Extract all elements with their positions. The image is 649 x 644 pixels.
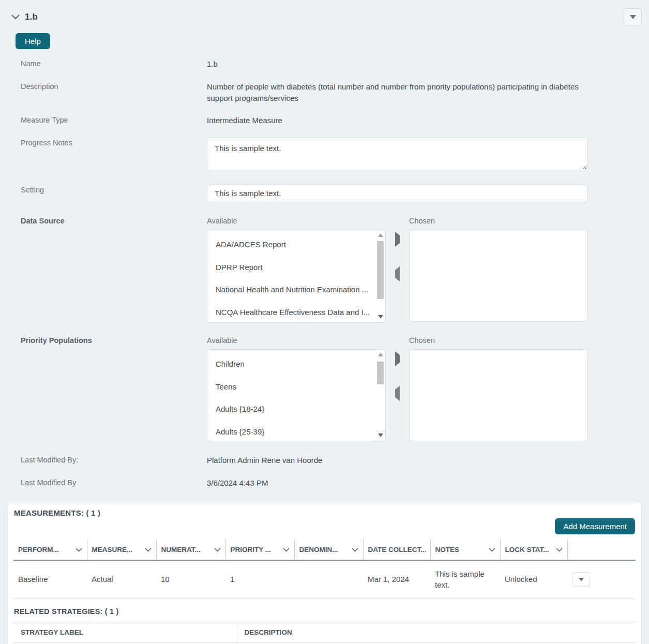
data-source-chosen-listbox[interactable] — [409, 230, 587, 322]
sort-chevron-icon — [145, 548, 152, 552]
page-title: 1.b — [25, 12, 38, 22]
priority-populations-label: Priority Populations — [7, 335, 207, 345]
last-modified-by-value: Platform Admin Rene van Hoorde — [207, 455, 587, 466]
progress-notes-label: Progress Notes — [7, 138, 207, 147]
add-measurement-button[interactable]: Add Measurement — [555, 518, 635, 534]
name-label: Name — [7, 58, 207, 68]
name-value: 1.b — [207, 58, 587, 70]
column-header-denominator[interactable]: DENOMIN... — [294, 540, 363, 560]
related-strategies-section-title: RELATED STRATEGIES: ( 1 ) — [8, 599, 641, 622]
list-item[interactable]: NCQA Healthcare Effectiveness Data and I… — [207, 301, 376, 323]
scroll-up-icon[interactable] — [376, 350, 385, 360]
cell-notes: This is sample text. — [430, 560, 500, 598]
data-source-available-listbox[interactable]: ADA/ADCES Report DPRP Report National He… — [207, 230, 386, 323]
sort-chevron-icon — [283, 548, 290, 552]
measure-type-label: Measure Type — [7, 115, 207, 124]
measurements-section-title: MEASUREMENTS: ( 1 ) — [8, 502, 641, 517]
column-header-strategy-label: STRATEGY LABEL — [13, 622, 237, 642]
column-header-lock-status[interactable]: LOCK STAT... — [500, 540, 567, 560]
collapse-chevron-icon[interactable] — [10, 12, 21, 22]
data-source-chosen-label: Chosen — [409, 216, 587, 227]
list-item[interactable]: Teens — [207, 376, 376, 398]
column-header-priority[interactable]: PRIORITY ... — [225, 540, 294, 560]
cell-priority: 1 — [225, 560, 294, 598]
scroll-up-icon[interactable] — [376, 231, 385, 240]
setting-label: Setting — [7, 185, 207, 194]
column-header-measure[interactable]: MEASURE... — [87, 540, 156, 560]
list-item[interactable]: Adults {18-24} — [207, 398, 376, 421]
help-button[interactable]: Help — [16, 33, 50, 49]
list-item[interactable]: Children — [207, 353, 376, 376]
sort-chevron-icon — [76, 548, 82, 552]
progress-notes-textarea[interactable]: This is sample text. — [207, 138, 587, 170]
form-row-measure-type: Measure Type Intermediate Measure — [7, 115, 642, 126]
description-value: Number of people with diabetes (total nu… — [207, 81, 587, 104]
sort-chevron-icon — [489, 548, 495, 552]
list-item[interactable]: DPRP Report — [207, 256, 376, 279]
last-modified-date-label: Last Modified By — [7, 477, 207, 487]
scroll-down-icon[interactable] — [376, 312, 385, 322]
priority-populations-available-label: Available — [207, 335, 386, 346]
sort-chevron-icon — [352, 548, 358, 552]
form-row-name: Name 1.b — [7, 58, 642, 70]
form-row-setting: Setting — [7, 185, 642, 202]
column-header-date-collected[interactable]: DATE COLLECT... — [363, 540, 430, 560]
sort-chevron-icon — [556, 548, 563, 552]
section-menu-button[interactable] — [624, 8, 642, 26]
move-left-button[interactable] — [392, 386, 403, 400]
list-item[interactable]: Adults {25-39} — [207, 421, 376, 441]
move-left-button[interactable] — [392, 267, 403, 281]
form-row-description: Description Number of people with diabet… — [7, 81, 642, 104]
data-source-label: Data Source — [7, 216, 207, 225]
list-item[interactable]: National Health and Nutrition Examinatio… — [207, 278, 376, 301]
last-modified-date-value: 3/6/2024 4:43 PM — [207, 477, 587, 489]
scrollbar-thumb[interactable] — [377, 362, 384, 384]
priority-populations-chosen-listbox[interactable] — [409, 349, 587, 441]
cell-date-collected: Mar 1, 2024 — [363, 560, 430, 598]
arrow-right-icon — [395, 351, 400, 366]
measure-type-value: Intermediate Measure — [207, 115, 587, 126]
form-row-last-modified-date: Last Modified By 3/6/2024 4:43 PM — [7, 477, 642, 489]
arrow-left-icon — [395, 386, 400, 401]
measurements-table: PERFORM... MEASURE... NUMERAT... PRIORIT… — [13, 540, 636, 599]
form-row-progress-notes: Progress Notes This is sample text. — [7, 138, 642, 173]
related-strategies-table: STRATEGY LABEL DESCRIPTION Evidence-base… — [13, 622, 636, 644]
form-row-last-modified-by: Last Modified By: Platform Admin Rene va… — [7, 455, 642, 466]
caret-down-icon — [579, 578, 584, 581]
column-header-notes[interactable]: NOTES — [430, 540, 500, 560]
cell-numerator: 10 — [156, 560, 225, 598]
move-right-button[interactable] — [392, 352, 403, 366]
cell-measure: Actual — [87, 560, 156, 598]
measurement-row: Baseline Actual 10 1 Mar 1, 2024 This is… — [13, 560, 636, 598]
cell-denominator — [294, 560, 363, 598]
arrow-left-icon — [395, 266, 400, 281]
arrow-right-icon — [395, 232, 400, 247]
priority-populations-chosen-label: Chosen — [409, 335, 587, 346]
setting-input[interactable] — [207, 185, 587, 202]
cell-lock-status: Unlocked — [500, 560, 567, 598]
measurements-panel: MEASUREMENTS: ( 1 ) Add Measurement PERF… — [7, 502, 642, 644]
column-header-performance[interactable]: PERFORM... — [13, 540, 87, 560]
row-menu-button[interactable] — [572, 572, 590, 587]
data-source-available-label: Available — [207, 216, 386, 227]
description-label: Description — [7, 81, 207, 91]
page: 1.b Help Name 1.b Description Number of … — [0, 0, 649, 644]
last-modified-by-label: Last Modified By: — [7, 455, 207, 464]
move-right-button[interactable] — [392, 232, 403, 246]
caret-down-icon — [630, 15, 636, 19]
scrollbar[interactable] — [376, 231, 385, 322]
section-header: 1.b — [10, 8, 642, 26]
scroll-down-icon[interactable] — [376, 431, 385, 440]
column-header-actions — [567, 540, 636, 560]
form-row-data-source: Data Source Available ADA/ADCES Report D… — [7, 216, 642, 323]
column-header-numerator[interactable]: NUMERAT... — [156, 540, 225, 560]
cell-performance: Baseline — [13, 560, 87, 598]
scrollbar-thumb[interactable] — [377, 241, 384, 299]
scrollbar[interactable] — [376, 350, 385, 440]
priority-populations-available-listbox[interactable]: Children Teens Adults {18-24} Adults {25… — [207, 349, 386, 441]
column-header-description: DESCRIPTION — [237, 622, 636, 642]
list-item[interactable]: ADA/ADCES Report — [207, 233, 376, 256]
sort-chevron-icon — [214, 548, 221, 552]
form-row-priority-populations: Priority Populations Available Children … — [7, 335, 642, 441]
